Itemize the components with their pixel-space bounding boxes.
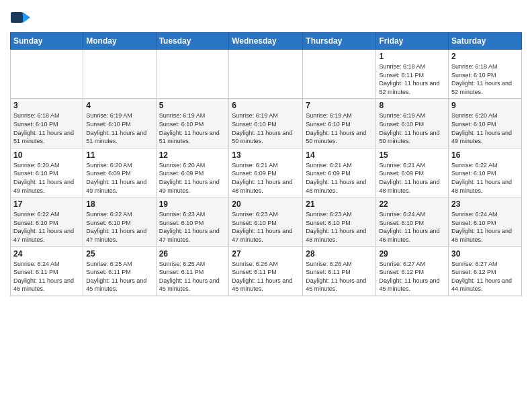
day-info: Sunrise: 6:23 AM Sunset: 6:10 PM Dayligh… xyxy=(159,210,226,244)
calendar-cell: 30Sunrise: 6:27 AM Sunset: 6:12 PM Dayli… xyxy=(449,246,522,295)
calendar-cell xyxy=(229,50,303,99)
day-number: 6 xyxy=(232,101,300,110)
weekday-header: Wednesday xyxy=(229,33,303,50)
svg-marker-1 xyxy=(23,12,30,23)
day-number: 7 xyxy=(306,101,373,110)
day-number: 12 xyxy=(159,150,226,160)
day-number: 2 xyxy=(451,52,519,61)
day-number: 21 xyxy=(306,199,373,209)
day-info: Sunrise: 6:24 AM Sunset: 6:10 PM Dayligh… xyxy=(379,210,445,244)
calendar-cell: 28Sunrise: 6:26 AM Sunset: 6:11 PM Dayli… xyxy=(303,246,376,295)
page: SundayMondayTuesdayWednesdayThursdayFrid… xyxy=(0,0,532,411)
day-number: 4 xyxy=(86,101,152,110)
calendar-week-row: 1Sunrise: 6:18 AM Sunset: 6:11 PM Daylig… xyxy=(11,50,522,99)
day-info: Sunrise: 6:19 AM Sunset: 6:10 PM Dayligh… xyxy=(86,111,152,145)
weekday-header: Tuesday xyxy=(156,33,229,50)
calendar-cell: 6Sunrise: 6:19 AM Sunset: 6:10 PM Daylig… xyxy=(229,99,303,148)
day-number: 26 xyxy=(159,249,226,259)
calendar-cell: 4Sunrise: 6:19 AM Sunset: 6:10 PM Daylig… xyxy=(83,99,156,148)
calendar-cell: 2Sunrise: 6:18 AM Sunset: 6:10 PM Daylig… xyxy=(449,50,522,99)
day-info: Sunrise: 6:19 AM Sunset: 6:10 PM Dayligh… xyxy=(232,111,300,145)
calendar-cell: 21Sunrise: 6:23 AM Sunset: 6:10 PM Dayli… xyxy=(303,197,376,246)
calendar-header-row: SundayMondayTuesdayWednesdayThursdayFrid… xyxy=(11,33,522,50)
day-number: 25 xyxy=(86,249,152,259)
calendar-cell xyxy=(11,50,83,99)
calendar-cell: 1Sunrise: 6:18 AM Sunset: 6:11 PM Daylig… xyxy=(376,50,449,99)
day-number: 9 xyxy=(451,101,519,110)
day-number: 5 xyxy=(159,101,226,110)
calendar-cell: 26Sunrise: 6:25 AM Sunset: 6:11 PM Dayli… xyxy=(156,246,229,295)
day-info: Sunrise: 6:22 AM Sunset: 6:10 PM Dayligh… xyxy=(86,210,152,244)
calendar-cell: 16Sunrise: 6:22 AM Sunset: 6:10 PM Dayli… xyxy=(449,148,522,197)
day-number: 14 xyxy=(306,150,373,160)
calendar-week-row: 10Sunrise: 6:20 AM Sunset: 6:10 PM Dayli… xyxy=(11,148,522,197)
weekday-header: Friday xyxy=(376,33,449,50)
calendar-cell: 3Sunrise: 6:18 AM Sunset: 6:10 PM Daylig… xyxy=(11,99,83,148)
day-info: Sunrise: 6:23 AM Sunset: 6:10 PM Dayligh… xyxy=(232,210,300,244)
day-number: 22 xyxy=(379,199,445,209)
day-number: 28 xyxy=(306,249,373,259)
day-info: Sunrise: 6:27 AM Sunset: 6:12 PM Dayligh… xyxy=(379,260,445,293)
calendar-cell: 25Sunrise: 6:25 AM Sunset: 6:11 PM Dayli… xyxy=(83,246,156,295)
day-info: Sunrise: 6:25 AM Sunset: 6:11 PM Dayligh… xyxy=(159,260,226,293)
day-info: Sunrise: 6:25 AM Sunset: 6:11 PM Dayligh… xyxy=(86,260,152,293)
day-number: 8 xyxy=(379,101,445,110)
day-info: Sunrise: 6:20 AM Sunset: 6:09 PM Dayligh… xyxy=(86,161,152,195)
calendar-cell: 12Sunrise: 6:20 AM Sunset: 6:09 PM Dayli… xyxy=(156,148,229,197)
calendar-cell: 20Sunrise: 6:23 AM Sunset: 6:10 PM Dayli… xyxy=(229,197,303,246)
day-number: 17 xyxy=(13,199,80,209)
day-number: 29 xyxy=(379,249,445,259)
day-info: Sunrise: 6:18 AM Sunset: 6:11 PM Dayligh… xyxy=(379,62,445,96)
day-info: Sunrise: 6:24 AM Sunset: 6:10 PM Dayligh… xyxy=(451,210,519,244)
calendar-cell xyxy=(303,50,376,99)
day-info: Sunrise: 6:20 AM Sunset: 6:10 PM Dayligh… xyxy=(13,161,80,195)
logo-icon xyxy=(10,7,32,28)
weekday-header: Monday xyxy=(83,33,156,50)
calendar-cell: 5Sunrise: 6:19 AM Sunset: 6:10 PM Daylig… xyxy=(156,99,229,148)
calendar-cell: 18Sunrise: 6:22 AM Sunset: 6:10 PM Dayli… xyxy=(83,197,156,246)
calendar-cell: 9Sunrise: 6:20 AM Sunset: 6:10 PM Daylig… xyxy=(449,99,522,148)
calendar-cell: 7Sunrise: 6:19 AM Sunset: 6:10 PM Daylig… xyxy=(303,99,376,148)
day-info: Sunrise: 6:19 AM Sunset: 6:10 PM Dayligh… xyxy=(306,111,373,145)
calendar-cell: 10Sunrise: 6:20 AM Sunset: 6:10 PM Dayli… xyxy=(11,148,83,197)
calendar-cell: 27Sunrise: 6:26 AM Sunset: 6:11 PM Dayli… xyxy=(229,246,303,295)
calendar-table: SundayMondayTuesdayWednesdayThursdayFrid… xyxy=(10,32,522,296)
day-info: Sunrise: 6:19 AM Sunset: 6:10 PM Dayligh… xyxy=(159,111,226,145)
day-info: Sunrise: 6:26 AM Sunset: 6:11 PM Dayligh… xyxy=(306,260,373,293)
weekday-header: Saturday xyxy=(449,33,522,50)
day-number: 30 xyxy=(451,249,519,259)
day-info: Sunrise: 6:26 AM Sunset: 6:11 PM Dayligh… xyxy=(232,260,300,293)
day-number: 19 xyxy=(159,199,226,209)
calendar-cell: 23Sunrise: 6:24 AM Sunset: 6:10 PM Dayli… xyxy=(449,197,522,246)
day-number: 11 xyxy=(86,150,152,160)
day-info: Sunrise: 6:23 AM Sunset: 6:10 PM Dayligh… xyxy=(306,210,373,244)
day-info: Sunrise: 6:18 AM Sunset: 6:10 PM Dayligh… xyxy=(13,111,80,145)
calendar-cell: 8Sunrise: 6:19 AM Sunset: 6:10 PM Daylig… xyxy=(376,99,449,148)
day-number: 15 xyxy=(379,150,445,160)
day-info: Sunrise: 6:22 AM Sunset: 6:10 PM Dayligh… xyxy=(451,161,519,195)
logo xyxy=(10,7,33,28)
header xyxy=(10,7,522,28)
day-number: 20 xyxy=(232,199,300,209)
day-info: Sunrise: 6:27 AM Sunset: 6:12 PM Dayligh… xyxy=(451,260,519,293)
day-number: 16 xyxy=(451,150,519,160)
day-info: Sunrise: 6:21 AM Sunset: 6:09 PM Dayligh… xyxy=(232,161,300,195)
calendar-week-row: 24Sunrise: 6:24 AM Sunset: 6:11 PM Dayli… xyxy=(11,246,522,295)
day-number: 24 xyxy=(13,249,80,259)
svg-rect-0 xyxy=(11,12,23,23)
day-info: Sunrise: 6:18 AM Sunset: 6:10 PM Dayligh… xyxy=(451,62,519,96)
weekday-header: Sunday xyxy=(11,33,83,50)
day-number: 13 xyxy=(232,150,300,160)
day-number: 23 xyxy=(451,199,519,209)
day-info: Sunrise: 6:24 AM Sunset: 6:11 PM Dayligh… xyxy=(13,260,80,293)
day-number: 27 xyxy=(232,249,300,259)
calendar-cell: 17Sunrise: 6:22 AM Sunset: 6:10 PM Dayli… xyxy=(11,197,83,246)
day-info: Sunrise: 6:19 AM Sunset: 6:10 PM Dayligh… xyxy=(379,111,445,145)
calendar-cell: 14Sunrise: 6:21 AM Sunset: 6:09 PM Dayli… xyxy=(303,148,376,197)
calendar-cell xyxy=(156,50,229,99)
day-info: Sunrise: 6:20 AM Sunset: 6:09 PM Dayligh… xyxy=(159,161,226,195)
calendar-week-row: 17Sunrise: 6:22 AM Sunset: 6:10 PM Dayli… xyxy=(11,197,522,246)
calendar-week-row: 3Sunrise: 6:18 AM Sunset: 6:10 PM Daylig… xyxy=(11,99,522,148)
calendar-cell: 29Sunrise: 6:27 AM Sunset: 6:12 PM Dayli… xyxy=(376,246,449,295)
day-info: Sunrise: 6:21 AM Sunset: 6:09 PM Dayligh… xyxy=(379,161,445,195)
